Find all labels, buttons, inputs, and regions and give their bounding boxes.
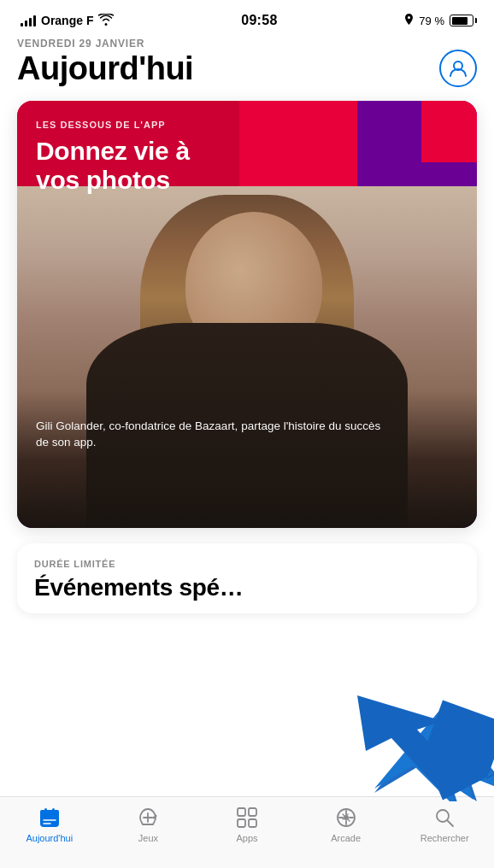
tab-arcade[interactable]: Arcade: [297, 806, 396, 843]
date-label: VENDREDI 29 JANVIER: [17, 38, 193, 50]
tab-games[interactable]: Jeux: [99, 806, 198, 843]
svg-marker-3: [395, 699, 494, 801]
card-subtitle: LES DESSOUS DE L'APP: [36, 120, 190, 130]
svg-marker-4: [357, 695, 468, 789]
arrow-overlay: [374, 699, 494, 805]
feature-card[interactable]: LES DESSOUS DE L'APP Donnez vie àvos pho…: [17, 101, 477, 528]
signal-bar-1: [21, 23, 23, 26]
profile-icon: [447, 57, 469, 79]
tab-today[interactable]: Aujourd'hui: [0, 806, 99, 843]
tab-games-icon: [136, 806, 160, 830]
battery-icon: [450, 15, 473, 26]
svg-rect-7: [44, 808, 47, 812]
arrow-icon: [374, 699, 494, 801]
tab-apps[interactable]: Apps: [197, 806, 297, 843]
status-bar: Orange F 09:58 79 %: [0, 0, 494, 38]
tab-arcade-icon: [334, 806, 358, 830]
tab-search-label: Rechercher: [420, 833, 469, 843]
person-bg: [17, 186, 477, 528]
tab-games-label: Jeux: [138, 833, 158, 843]
carrier-label: Orange F: [41, 14, 93, 27]
svg-line-20: [448, 821, 454, 827]
signal-bar-4: [33, 15, 36, 26]
arrow-pointing-down: [357, 695, 485, 789]
status-left: Orange F: [21, 14, 114, 28]
time-display: 09:58: [241, 13, 277, 28]
main-content: VENDREDI 29 JANVIER Aujourd'hui LES DESS…: [0, 38, 494, 613]
svg-rect-8: [52, 808, 55, 812]
tab-search-icon: [432, 806, 456, 830]
shape-red-right-small: [421, 101, 477, 162]
wifi-icon: [98, 14, 114, 28]
tab-apps-icon: [235, 806, 259, 830]
status-right: 79 %: [404, 14, 473, 28]
battery-percent: 79 %: [419, 15, 444, 27]
svg-rect-14: [249, 808, 256, 816]
card-title: Donnez vie àvos photos: [36, 137, 190, 196]
tab-apps-label: Apps: [236, 833, 257, 843]
location-icon: [404, 14, 414, 28]
tab-search[interactable]: Rechercher: [395, 806, 494, 843]
tab-today-label: Aujourd'hui: [26, 833, 73, 843]
second-card[interactable]: DURÉE LIMITÉE Événements spé…: [17, 543, 477, 613]
svg-rect-15: [238, 819, 245, 827]
person-image: [17, 186, 477, 528]
second-card-title: Événements spé…: [34, 574, 460, 601]
signal-bar-2: [25, 21, 27, 26]
svg-point-12: [155, 815, 157, 818]
tab-arcade-label: Arcade: [331, 833, 361, 843]
header: VENDREDI 29 JANVIER Aujourd'hui: [17, 38, 477, 87]
signal-bars: [21, 15, 36, 26]
svg-rect-16: [249, 819, 256, 827]
tab-today-icon: [38, 806, 62, 830]
svg-marker-2: [374, 712, 494, 801]
svg-rect-13: [238, 808, 245, 816]
tab-bar: Aujourd'hui Jeux Apps: [0, 796, 494, 868]
page-title: Aujourd'hui: [17, 51, 193, 87]
header-left: VENDREDI 29 JANVIER Aujourd'hui: [17, 38, 193, 87]
card-caption: Gili Golander, co-fondatrice de Bazaart,…: [36, 419, 391, 451]
svg-marker-1: [374, 707, 494, 801]
signal-bar-3: [29, 18, 32, 26]
second-card-label: DURÉE LIMITÉE: [34, 559, 460, 569]
profile-button[interactable]: [439, 50, 477, 87]
card-text-block: LES DESSOUS DE L'APP Donnez vie àvos pho…: [36, 120, 190, 196]
directional-arrow: [357, 695, 485, 793]
svg-rect-6: [40, 810, 59, 816]
